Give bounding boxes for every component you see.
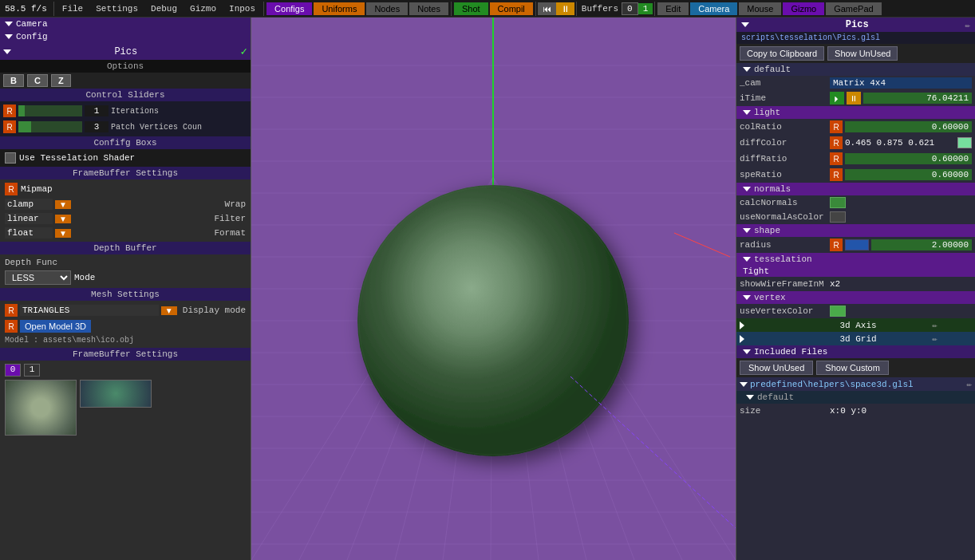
rp-tesselation-group[interactable]: tesselation (736, 253, 975, 266)
section-camera[interactable]: Camera (0, 18, 251, 30)
inc-files-header[interactable]: Included Files (736, 345, 975, 358)
itime-pause-btn[interactable]: ⏸ (847, 92, 861, 105)
itime-play-btn[interactable]: ⏵ (830, 92, 844, 105)
fb-num-1[interactable]: 1 (24, 364, 40, 377)
opt-c[interactable]: C (27, 74, 48, 87)
use-tesselation-row: Use Tesselation Shader (3, 151, 247, 165)
prop-showwireframe-name: showWireFrameInM (740, 279, 827, 289)
rp-arrow (741, 22, 749, 27)
diffratio-r-btn[interactable]: R (830, 152, 843, 165)
rp-edit-icon[interactable]: ✏ (965, 20, 970, 30)
rp-default-group[interactable]: default (736, 63, 975, 76)
prop-size-val: x:0 y:0 (830, 406, 866, 416)
show-unused-top-btn[interactable]: Show UnUsed (827, 46, 898, 61)
default-sub[interactable]: default (736, 391, 975, 404)
wrap-row: clamp ▼ Wrap (3, 197, 247, 211)
copy-clipboard-btn[interactable]: Copy to Clipboard (740, 46, 824, 61)
opt-z[interactable]: Z (51, 74, 71, 87)
open-model-btn[interactable]: Open Model 3D (20, 320, 91, 333)
prop-usevertexcolor-name: useVertexColor (740, 306, 827, 316)
grid-edit-icon[interactable]: ✏ (898, 333, 972, 344)
depth-mode-select[interactable]: LESS GREATER EQUAL (5, 270, 71, 285)
opt-b[interactable]: B (3, 74, 24, 87)
predefined-arrow (740, 382, 748, 387)
usenormalascolor-toggle[interactable] (830, 211, 846, 223)
slider-track-2[interactable] (18, 121, 82, 132)
tab-camera[interactable]: Camera (690, 2, 737, 15)
axis-3d-row[interactable]: 3d Axis ✏ (736, 318, 975, 332)
tab-uniforms[interactable]: Uniforms (314, 2, 365, 15)
tab-edit[interactable]: Edit (657, 2, 689, 15)
radius-r-btn[interactable]: R (830, 239, 843, 251)
rp-normals-group[interactable]: normals (736, 183, 975, 195)
prop-size-name: size (740, 406, 827, 416)
menu-inpos[interactable]: Inpos (223, 2, 262, 15)
use-tesselation-check[interactable] (5, 152, 16, 164)
format-dropdown-arrow[interactable]: ▼ (55, 229, 71, 238)
triangles-dropdown-arrow[interactable]: ▼ (161, 306, 177, 315)
menu-debug[interactable]: Debug (144, 2, 184, 15)
slider-label-1: Iterations (111, 107, 247, 116)
shape-label: shape (754, 226, 780, 235)
prop-cam: _cam Matrix 4x4 (736, 76, 975, 90)
show-custom-btn[interactable]: Show Custom (816, 361, 888, 375)
tab-shot[interactable]: Shot (454, 2, 488, 15)
menu-settings[interactable]: Settings (89, 2, 144, 15)
config-boxes-label: Confifg Boxs (0, 136, 251, 149)
prop-usenormalascolor-name: useNormalAsColor (740, 212, 827, 222)
section-config[interactable]: Config (0, 30, 251, 43)
transport-prev[interactable]: ⏮ (538, 2, 556, 15)
diffcolor-r-btn[interactable]: R (830, 136, 843, 149)
slider-val-1: 1 (85, 105, 109, 116)
transport-pause[interactable]: ⏸ (556, 2, 574, 15)
mipmap-r-btn[interactable]: R (5, 183, 18, 195)
fb-thumb-1 (5, 380, 77, 436)
axis-edit-icon[interactable]: ✏ (898, 320, 972, 330)
calcnormals-toggle[interactable] (830, 197, 846, 208)
usevertexcolor-toggle[interactable] (830, 306, 846, 317)
menu-gizmo[interactable]: Gizmo (184, 2, 223, 15)
menu-file[interactable]: File (56, 2, 89, 15)
diffcolor-swatch[interactable] (957, 137, 972, 148)
speratio-r-btn[interactable]: R (830, 168, 843, 181)
slider-r-btn-2[interactable]: R (3, 120, 16, 133)
prop-itime-val: 76.04211 (863, 93, 972, 104)
grid-3d-row[interactable]: 3d Grid ✏ (736, 332, 975, 345)
filter-dropdown-arrow[interactable]: ▼ (55, 215, 71, 223)
pics-check[interactable]: ✓ (241, 45, 247, 58)
slider-r-btn-1[interactable]: R (3, 105, 16, 117)
inc-files-arrow (743, 349, 751, 354)
rp-vertex-group[interactable]: vertex (736, 291, 975, 304)
sliders-section: R 1 Iterations R 3 Patch Vertices Coun (0, 101, 251, 136)
rp-shape-group[interactable]: shape (736, 224, 975, 237)
viewport[interactable] (251, 18, 736, 560)
axis-arrow (740, 321, 819, 329)
prop-cam-val: Matrix 4x4 (830, 77, 972, 89)
buffers-label: Buffers (578, 4, 622, 14)
rp-light-group[interactable]: light (736, 106, 975, 119)
tab-mouse[interactable]: Mouse (739, 2, 781, 15)
tab-configs[interactable]: Configs (266, 2, 312, 15)
tesselation-label: tesselation (754, 254, 812, 264)
vertex-label: vertex (754, 293, 786, 302)
mesh-r-btn[interactable]: R (5, 304, 18, 317)
pics-header: Pics ✓ (0, 43, 251, 60)
tab-gizmo[interactable]: Gizmo (783, 2, 824, 15)
format-label: Format (214, 228, 246, 238)
colratio-r-btn[interactable]: R (830, 120, 843, 133)
tab-gamepad[interactable]: GamePad (826, 2, 882, 15)
framebuffer-label: FrameBuffer Settings (0, 167, 251, 179)
fb-thumb-2 (80, 380, 152, 408)
control-sliders-label: Control Sliders (0, 89, 251, 101)
slider-track-1[interactable] (18, 105, 82, 116)
tab-notes[interactable]: Notes (409, 2, 448, 15)
open-model-r-btn[interactable]: R (5, 320, 18, 333)
tab-compil[interactable]: Compil (490, 2, 533, 15)
predefined-edit-icon[interactable]: ✏ (966, 379, 972, 389)
wrap-dropdown-arrow[interactable]: ▼ (55, 200, 71, 209)
radius-color-bar[interactable] (845, 239, 869, 250)
fb-num-0[interactable]: 0 (5, 364, 21, 377)
right-panel: Pics ✏ scripts\tesselation\Pics.glsl Cop… (736, 18, 975, 560)
tab-nodes[interactable]: Nodes (366, 2, 408, 15)
show-unused-btn[interactable]: Show UnUsed (740, 361, 813, 375)
